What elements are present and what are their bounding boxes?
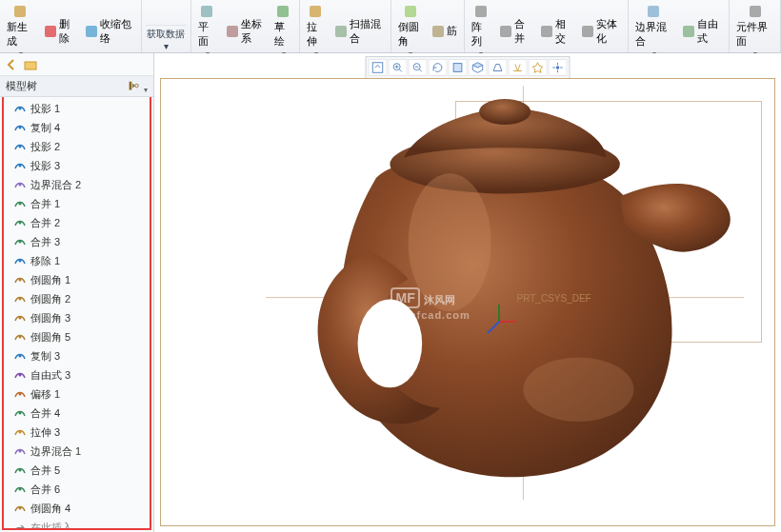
svg-rect-1 xyxy=(45,26,56,37)
tree-item-freestyle-3[interactable]: 自由式 3 xyxy=(4,365,150,384)
svg-point-38 xyxy=(19,469,22,472)
regenerate-label: 新生成 xyxy=(7,20,34,49)
tree-item-boundary-blend-1[interactable]: 边界混合 1 xyxy=(4,442,150,461)
tree-item-merge-5[interactable]: 合并 5 xyxy=(4,461,150,480)
free-feature-icon xyxy=(13,368,27,382)
tree-toolbar xyxy=(0,53,153,76)
freestyle-button[interactable]: 自由式 xyxy=(678,16,726,47)
svg-point-27 xyxy=(19,260,22,263)
svg-rect-15 xyxy=(683,26,694,37)
svg-point-35 xyxy=(19,412,22,415)
csys-triad-icon xyxy=(480,303,518,341)
ribbon-group-label[interactable]: 获取数据 ▾ xyxy=(146,25,187,52)
intersect-button[interactable]: 相交 xyxy=(536,16,574,47)
round-feature-icon xyxy=(13,311,27,325)
rib-icon xyxy=(431,24,446,39)
tree-settings-icon[interactable]: ▾ xyxy=(127,79,148,94)
regenerate-button[interactable]: 新生成▾ xyxy=(4,2,37,60)
delete-icon xyxy=(43,24,58,39)
tree-item-label: 合并 3 xyxy=(30,235,60,249)
tree-item-label: 偏移 1 xyxy=(30,387,60,402)
tree-item-projection-2[interactable]: 投影 2 xyxy=(4,137,150,156)
tree-folder-icon[interactable] xyxy=(23,57,38,72)
tree-item-projection-3[interactable]: 投影 3 xyxy=(4,156,150,175)
tree-item-label: 自由式 3 xyxy=(30,368,70,383)
round-feature-icon xyxy=(13,330,27,344)
tree-item-copy-3[interactable]: 复制 3 xyxy=(4,346,150,365)
tree-nav-back-icon[interactable] xyxy=(4,57,19,72)
tree-item-move-1[interactable]: 移除 1 xyxy=(4,251,150,270)
svg-rect-9 xyxy=(432,26,444,37)
tree-item-round-4[interactable]: 倒圆角 4 xyxy=(4,499,150,518)
svg-point-39 xyxy=(19,488,22,491)
delete-button[interactable]: 删除 xyxy=(40,16,78,47)
surface-feature-icon xyxy=(13,444,27,458)
tree-item-copy-4[interactable]: 复制 4 xyxy=(4,118,150,137)
tree-item-projection-1[interactable]: 投影 1 xyxy=(4,99,150,118)
svg-point-29 xyxy=(19,298,22,301)
model-tree-list[interactable]: 投影 1复制 4投影 2投影 3边界混合 2合并 1合并 2合并 3移除 1倒圆… xyxy=(2,97,151,530)
tree-insert-here[interactable]: ➔在此插入 xyxy=(4,518,150,530)
tree-item-merge-3[interactable]: 合并 3 xyxy=(4,232,150,251)
csys-label: PRT_CSYS_DEF xyxy=(517,293,591,304)
tree-item-label: 投影 3 xyxy=(30,159,60,173)
svg-point-34 xyxy=(19,393,22,396)
offset-feature-icon xyxy=(13,387,27,401)
extrude-icon xyxy=(308,4,323,19)
svg-point-22 xyxy=(19,165,22,167)
curve-feature-icon xyxy=(13,102,27,115)
csys-button[interactable]: 坐标系 xyxy=(222,16,269,47)
svg-point-28 xyxy=(19,279,22,282)
viewport[interactable]: PRT_CSYS_DEF MF沐风网 www.mfcad.com xyxy=(154,53,781,532)
tree-item-round-2[interactable]: 倒圆角 2 xyxy=(4,289,150,308)
svg-point-40 xyxy=(19,507,22,510)
tree-item-label: 移除 1 xyxy=(30,254,60,268)
tree-item-label: 复制 3 xyxy=(30,349,60,364)
curve-feature-icon xyxy=(13,349,27,363)
shrinkwrap-button[interactable]: 收缩包络 xyxy=(81,16,137,47)
merge-label: 合并 xyxy=(514,17,531,46)
merge-feature-icon xyxy=(13,235,27,248)
curve-feature-icon xyxy=(13,159,27,172)
merge-button[interactable]: 合并 xyxy=(495,16,533,47)
merge-feature-icon xyxy=(13,483,27,496)
svg-point-18 xyxy=(135,84,139,88)
round-feature-icon xyxy=(13,502,27,515)
svg-point-36 xyxy=(19,431,22,434)
rib-button[interactable]: 筋 xyxy=(428,23,460,40)
svg-point-20 xyxy=(19,127,22,129)
workspace: 模型树 ▾ 投影 1复制 4投影 2投影 3边界混合 2合并 1合并 2合并 3… xyxy=(0,53,781,532)
tree-item-merge-2[interactable]: 合并 2 xyxy=(4,213,150,232)
tree-item-label: 倒圆角 3 xyxy=(30,311,70,325)
merge-icon xyxy=(498,24,513,39)
tree-item-label: 合并 1 xyxy=(30,197,60,211)
tree-item-offset-1[interactable]: 偏移 1 xyxy=(4,384,150,404)
svg-rect-8 xyxy=(405,6,416,17)
tree-header: 模型树 ▾ xyxy=(0,76,153,97)
svg-rect-14 xyxy=(648,6,659,17)
tree-item-merge-1[interactable]: 合并 1 xyxy=(4,194,150,213)
svg-rect-5 xyxy=(277,6,289,17)
svg-rect-16 xyxy=(750,6,761,17)
teapot-model[interactable] xyxy=(210,43,763,532)
solidify-button[interactable]: 实体化 xyxy=(577,16,624,47)
tree-item-label: 合并 5 xyxy=(30,463,60,478)
tree-item-extrude-3[interactable]: 拉伸 3 xyxy=(4,423,150,442)
tree-item-label: 拉伸 3 xyxy=(30,425,60,440)
insert-arrow-icon: ➔ xyxy=(13,521,27,530)
svg-point-37 xyxy=(19,450,22,453)
solidify-label: 实体化 xyxy=(596,17,621,46)
tree-item-merge-4[interactable]: 合并 4 xyxy=(4,404,150,423)
tree-item-merge-6[interactable]: 合并 6 xyxy=(4,480,150,499)
tree-item-label: 倒圆角 4 xyxy=(30,502,70,516)
tree-item-label: 复制 4 xyxy=(30,121,60,135)
tree-item-round-1[interactable]: 倒圆角 1 xyxy=(4,270,150,289)
svg-point-48 xyxy=(357,300,422,388)
tree-item-boundary-blend-2[interactable]: 边界混合 2 xyxy=(4,175,150,194)
sweep-blend-button[interactable]: 扫描混合 xyxy=(330,16,387,47)
tree-item-round-3[interactable]: 倒圆角 3 xyxy=(4,308,150,327)
svg-point-25 xyxy=(19,222,22,225)
curve-feature-icon xyxy=(13,121,27,134)
tree-item-round-5[interactable]: 倒圆角 5 xyxy=(4,327,150,346)
ribbon-group-获取数据: 获取数据 ▾ xyxy=(142,0,191,52)
